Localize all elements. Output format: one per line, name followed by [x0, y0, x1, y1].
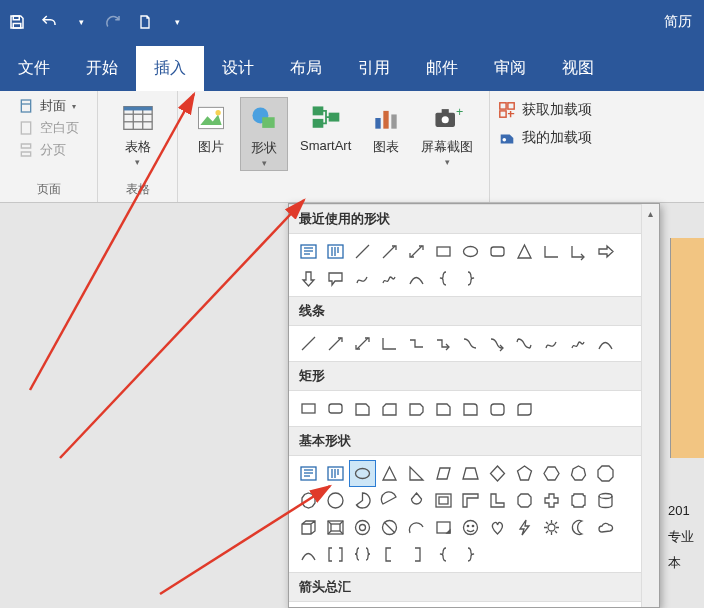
- shape-scribble[interactable]: [565, 330, 592, 357]
- undo-menu-caret[interactable]: ▾: [72, 13, 90, 31]
- shape-round2same[interactable]: [484, 395, 511, 422]
- shape-freeform[interactable]: [349, 265, 376, 292]
- tab-mail[interactable]: 邮件: [408, 46, 476, 91]
- shape-elbow-arrow[interactable]: [403, 330, 430, 357]
- cover-page-button[interactable]: 封面 ▾: [18, 97, 76, 115]
- shape-elbow-dbl[interactable]: [430, 330, 457, 357]
- shape-ellipse[interactable]: [349, 460, 376, 487]
- picture-button[interactable]: 图片: [188, 97, 234, 171]
- shape-pie[interactable]: [349, 487, 376, 514]
- shape-Lshape[interactable]: [484, 487, 511, 514]
- tab-references[interactable]: 引用: [340, 46, 408, 91]
- shapes-button[interactable]: 形状 ▾: [240, 97, 288, 171]
- get-addins-button[interactable]: 获取加载项: [498, 101, 592, 119]
- shape-snip2diag[interactable]: [403, 395, 430, 422]
- table-button[interactable]: 表格 ▾: [115, 97, 161, 169]
- shape-curve-conn[interactable]: [457, 330, 484, 357]
- shape-round-rect[interactable]: [322, 395, 349, 422]
- shape-halfframe[interactable]: [457, 487, 484, 514]
- shape-trap[interactable]: [457, 460, 484, 487]
- shape-arc[interactable]: [403, 514, 430, 541]
- shape-bolt[interactable]: [511, 514, 538, 541]
- blank-page-button[interactable]: 空白页: [18, 119, 79, 137]
- shape-cross[interactable]: [538, 487, 565, 514]
- shape-arc2[interactable]: [295, 541, 322, 568]
- tab-layout[interactable]: 布局: [272, 46, 340, 91]
- shape-corner[interactable]: [511, 487, 538, 514]
- shape-para[interactable]: [430, 460, 457, 487]
- my-addins-button[interactable]: 我的加载项: [498, 129, 592, 147]
- shape-textbox-vertical[interactable]: [322, 238, 349, 265]
- shape-snipround[interactable]: [430, 395, 457, 422]
- shape-bevel[interactable]: [322, 514, 349, 541]
- shape-rtriangle[interactable]: [403, 460, 430, 487]
- shape-rect[interactable]: [295, 395, 322, 422]
- shape-arc[interactable]: [403, 265, 430, 292]
- shape-rbrace[interactable]: [457, 541, 484, 568]
- shape-heart[interactable]: [484, 514, 511, 541]
- tab-view[interactable]: 视图: [544, 46, 612, 91]
- shape-line-arrow[interactable]: [322, 330, 349, 357]
- shape-line[interactable]: [295, 330, 322, 357]
- shape-cloud[interactable]: [592, 514, 619, 541]
- shape-lbracket[interactable]: [376, 541, 403, 568]
- shape-line-double[interactable]: [403, 238, 430, 265]
- new-doc-icon[interactable]: [136, 13, 154, 31]
- shape-line-arrow[interactable]: [376, 238, 403, 265]
- shape-can[interactable]: [592, 487, 619, 514]
- shape-dodec[interactable]: [322, 487, 349, 514]
- undo-icon[interactable]: [40, 13, 58, 31]
- page-break-button[interactable]: 分页: [18, 141, 66, 159]
- shape-curve-dbl[interactable]: [511, 330, 538, 357]
- shape-brace1[interactable]: [430, 265, 457, 292]
- shape-chord[interactable]: [376, 487, 403, 514]
- shape-line-double[interactable]: [349, 330, 376, 357]
- shape-textbox-v[interactable]: [322, 460, 349, 487]
- shape-hept[interactable]: [565, 460, 592, 487]
- shape-diamond[interactable]: [484, 460, 511, 487]
- tab-home[interactable]: 开始: [68, 46, 136, 91]
- shape-lbrace[interactable]: [430, 541, 457, 568]
- shape-textbox[interactable]: [295, 460, 322, 487]
- shape-folded[interactable]: [430, 514, 457, 541]
- shape-rbracket[interactable]: [403, 541, 430, 568]
- tab-file[interactable]: 文件: [0, 46, 68, 91]
- shape-ellipse[interactable]: [457, 238, 484, 265]
- shape-line[interactable]: [349, 238, 376, 265]
- tab-insert[interactable]: 插入: [136, 46, 204, 91]
- shape-textbox[interactable]: [295, 238, 322, 265]
- shape-nosymbol[interactable]: [376, 514, 403, 541]
- shape-freeform[interactable]: [538, 330, 565, 357]
- shape-sun[interactable]: [538, 514, 565, 541]
- shape-arrow-down[interactable]: [295, 265, 322, 292]
- shape-curve-arrow[interactable]: [484, 330, 511, 357]
- shape-hex[interactable]: [538, 460, 565, 487]
- scroll-up-icon[interactable]: ▴: [643, 206, 657, 220]
- chart-button[interactable]: 图表: [363, 97, 409, 171]
- shape-elbow[interactable]: [376, 330, 403, 357]
- shape-smiley[interactable]: [457, 514, 484, 541]
- shape-oct[interactable]: [592, 460, 619, 487]
- tab-review[interactable]: 审阅: [476, 46, 544, 91]
- shape-cube[interactable]: [295, 514, 322, 541]
- shape-plaque[interactable]: [565, 487, 592, 514]
- shape-moon[interactable]: [565, 514, 592, 541]
- shape-round-rect[interactable]: [484, 238, 511, 265]
- shape-callout[interactable]: [322, 265, 349, 292]
- smartart-button[interactable]: SmartArt: [294, 97, 357, 171]
- tab-design[interactable]: 设计: [204, 46, 272, 91]
- save-icon[interactable]: [8, 13, 26, 31]
- shape-triangle[interactable]: [511, 238, 538, 265]
- shape-triangle[interactable]: [376, 460, 403, 487]
- shape-brace2[interactable]: [457, 265, 484, 292]
- shape-dec[interactable]: [295, 487, 322, 514]
- shape-donut[interactable]: [349, 514, 376, 541]
- shape-arrow-right[interactable]: [592, 238, 619, 265]
- screenshot-button[interactable]: + 屏幕截图 ▾: [415, 97, 479, 171]
- shape-freeform2[interactable]: [592, 330, 619, 357]
- shape-snip2same[interactable]: [376, 395, 403, 422]
- scrollbar[interactable]: ▴: [641, 204, 659, 607]
- shape-curve[interactable]: [376, 265, 403, 292]
- shape-tear[interactable]: [403, 487, 430, 514]
- shape-frame[interactable]: [430, 487, 457, 514]
